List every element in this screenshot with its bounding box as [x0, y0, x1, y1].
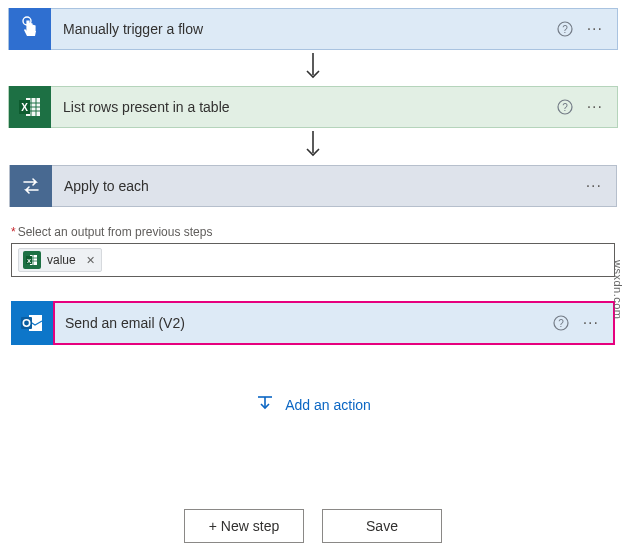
svg-text:?: ? — [562, 24, 568, 35]
output-field-input[interactable]: X value ✕ — [11, 243, 615, 277]
more-icon[interactable]: ··· — [587, 21, 603, 37]
apply-to-each-header[interactable]: Apply to each ··· — [9, 165, 617, 207]
more-icon[interactable]: ··· — [587, 99, 603, 115]
add-action-icon — [255, 393, 275, 416]
connector-arrow — [8, 128, 618, 164]
more-icon[interactable]: ··· — [583, 315, 599, 331]
new-step-button[interactable]: + New step — [184, 509, 304, 543]
token-label: value — [47, 253, 76, 267]
svg-text:?: ? — [558, 318, 564, 329]
help-icon[interactable]: ? — [557, 21, 573, 37]
svg-text:X: X — [27, 258, 31, 264]
apply-to-each-step: Apply to each ··· *Select an output from… — [8, 164, 618, 445]
trigger-step[interactable]: Manually trigger a flow ? ··· — [8, 8, 618, 50]
help-icon[interactable]: ? — [553, 315, 569, 331]
save-button[interactable]: Save — [322, 509, 442, 543]
outlook-icon — [11, 301, 53, 345]
add-action-button[interactable]: Add an action — [255, 393, 371, 416]
excel-icon: X — [23, 251, 41, 269]
watermark-text: wsxdn.com — [612, 260, 624, 320]
connector-arrow — [8, 50, 618, 86]
outlook-title: Send an email (V2) — [55, 315, 553, 331]
token-remove-icon[interactable]: ✕ — [86, 254, 95, 267]
touch-icon — [9, 8, 51, 50]
loop-icon — [10, 165, 52, 207]
trigger-title: Manually trigger a flow — [51, 21, 557, 37]
svg-text:?: ? — [562, 102, 568, 113]
help-icon[interactable]: ? — [557, 99, 573, 115]
excel-title: List rows present in a table — [51, 99, 557, 115]
output-field-label: *Select an output from previous steps — [11, 225, 617, 239]
apply-to-each-title: Apply to each — [52, 178, 586, 194]
excel-icon: X — [9, 86, 51, 128]
value-token-chip[interactable]: X value ✕ — [18, 248, 102, 272]
add-action-label: Add an action — [285, 397, 371, 413]
excel-step[interactable]: X List rows present in a table ? ··· — [8, 86, 618, 128]
svg-text:X: X — [21, 102, 28, 113]
outlook-step[interactable]: Send an email (V2) ? ··· — [11, 301, 615, 345]
more-icon[interactable]: ··· — [586, 178, 602, 194]
